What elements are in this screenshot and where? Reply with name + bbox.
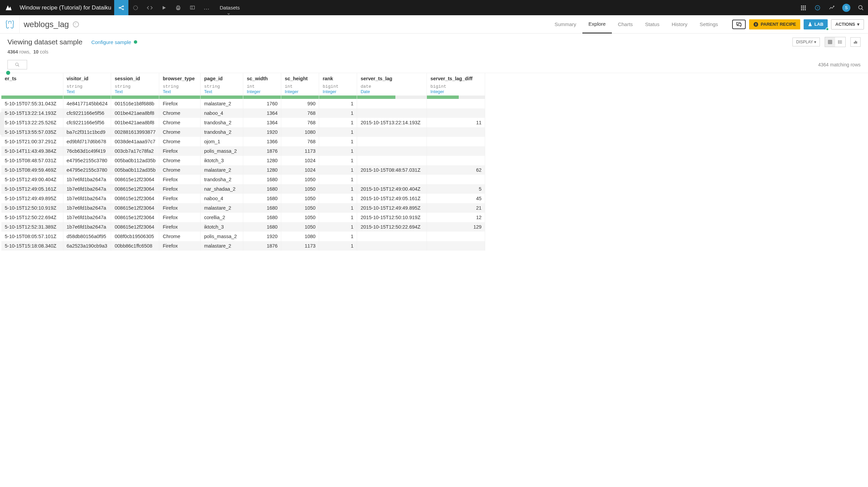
cell[interactable]: corellia_2 (201, 213, 243, 222)
cell[interactable]: 5-10-15T07:55:31.043Z (1, 99, 63, 108)
table-row[interactable]: 5-10-15T13:22:25.526Zcfc9221166e5f56001b… (1, 118, 485, 127)
cell[interactable]: 1050 (281, 222, 319, 232)
cell[interactable]: 2015-10-15T13:22:14.193Z (357, 118, 427, 127)
table-row[interactable]: 5-10-15T15:18:08.340Z6a2523a190cb9a300bb… (1, 241, 485, 251)
apps-icon[interactable] (796, 0, 810, 15)
cell[interactable]: 2015-10-15T08:48:57.031Z (357, 165, 427, 175)
cell[interactable]: 003cb7a17c78fa2 (111, 146, 159, 156)
cell[interactable]: Firefox (159, 241, 201, 251)
cell[interactable]: 5-10-15T15:18:08.340Z (1, 241, 63, 251)
cell[interactable]: e4795e2155c3780 (63, 156, 111, 165)
list-view-icon[interactable] (835, 37, 845, 47)
column-header-er_ts[interactable]: er_ts (1, 73, 63, 83)
cell[interactable]: cfc9221166e5f56 (63, 108, 111, 118)
table-row[interactable]: 5-10-15T13:22:14.193Zcfc9221166e5f56001b… (1, 108, 485, 118)
cell[interactable]: 1050 (281, 203, 319, 213)
cell[interactable]: Chrome (159, 232, 201, 241)
column-header-session_id[interactable]: session_id (111, 73, 159, 83)
cell[interactable]: 1920 (243, 127, 281, 137)
cell[interactable]: 2015-10-15T12:49:49.895Z (357, 203, 427, 213)
configure-sample-link[interactable]: Configure sample (91, 39, 131, 45)
cell[interactable]: 1 (319, 165, 357, 175)
cell[interactable] (427, 232, 485, 241)
column-semantic[interactable]: Integer (243, 89, 281, 96)
cell[interactable] (357, 241, 427, 251)
cell[interactable]: 1 (319, 137, 357, 146)
column-semantic[interactable]: Text (159, 89, 201, 96)
table-row[interactable]: 5-10-15T12:49:49.895Z1b7e6fd1ba2647a0086… (1, 194, 485, 203)
table-row[interactable]: 5-10-15T08:48:57.031Ze4795e2155c3780005b… (1, 156, 485, 165)
cell[interactable]: 6a2523a190cb9a3 (63, 241, 111, 251)
cell[interactable] (357, 108, 427, 118)
cell[interactable]: 1 (319, 222, 357, 232)
cell[interactable]: 1 (319, 232, 357, 241)
cell[interactable]: 4e84177145bb624 (63, 99, 111, 108)
cell[interactable] (427, 137, 485, 146)
cell[interactable]: 002881613993877 (111, 127, 159, 137)
lab-button[interactable]: LAB (804, 19, 828, 29)
cell[interactable]: 1 (319, 213, 357, 222)
cell[interactable]: Chrome (159, 156, 201, 165)
table-row[interactable]: 5-10-15T08:05:57.101Zd58db80156a0f95008f… (1, 232, 485, 241)
cell[interactable]: 1 (319, 156, 357, 165)
cell[interactable]: 1050 (281, 175, 319, 184)
cell[interactable]: 1050 (281, 184, 319, 194)
cell[interactable]: 45 (427, 194, 485, 203)
cell[interactable]: malastare_2 (201, 203, 243, 213)
cell[interactable]: 1280 (243, 156, 281, 165)
cell[interactable]: 5-10-15T08:48:57.031Z (1, 156, 63, 165)
cell[interactable]: 5-10-15T13:22:14.193Z (1, 108, 63, 118)
more-icon[interactable]: … (200, 0, 214, 15)
cell[interactable] (427, 108, 485, 118)
cell[interactable]: 1 (319, 203, 357, 213)
cell[interactable] (427, 241, 485, 251)
cell[interactable]: Chrome (159, 127, 201, 137)
refresh-icon[interactable] (128, 0, 143, 15)
column-header-visitor_id[interactable]: visitor_id (63, 73, 111, 83)
cell[interactable]: iktotch_3 (201, 222, 243, 232)
cell[interactable]: ba7c2f311c1bcd9 (63, 127, 111, 137)
cell[interactable]: 1 (319, 127, 357, 137)
cell[interactable]: 62 (427, 165, 485, 175)
cell[interactable]: 5-10-15T12:49:49.895Z (1, 194, 63, 203)
cell[interactable]: iktotch_3 (201, 156, 243, 165)
cell[interactable]: Firefox (159, 99, 201, 108)
column-semantic[interactable]: Text (201, 89, 243, 96)
cell[interactable]: 1680 (243, 203, 281, 213)
cell[interactable]: 5-10-15T12:50:10.919Z (1, 203, 63, 213)
cell[interactable]: 768 (281, 137, 319, 146)
cell[interactable]: 1b7e6fd1ba2647a (63, 222, 111, 232)
help-icon[interactable]: ? (810, 0, 825, 15)
cell[interactable]: 1 (319, 184, 357, 194)
cell[interactable]: 1876 (243, 241, 281, 251)
cell[interactable]: 5-10-15T13:22:25.526Z (1, 118, 63, 127)
cell[interactable]: 005ba0b112ad35b (111, 156, 159, 165)
cell[interactable]: 21 (427, 203, 485, 213)
cell[interactable]: 1 (319, 241, 357, 251)
cell[interactable]: 008615e12f23064 (111, 175, 159, 184)
cell[interactable]: 1366 (243, 137, 281, 146)
cell[interactable] (357, 137, 427, 146)
cell[interactable]: 1050 (281, 194, 319, 203)
table-row[interactable]: 5-10-15T08:49:59.469Ze4795e2155c3780005b… (1, 165, 485, 175)
cell[interactable] (357, 99, 427, 108)
cell[interactable]: 76cb63d1c49f419 (63, 146, 111, 156)
cell[interactable]: Firefox (159, 203, 201, 213)
cell[interactable]: polis_massa_2 (201, 232, 243, 241)
cell[interactable]: 5-10-15T12:52:31.389Z (1, 222, 63, 232)
search-icon[interactable] (854, 0, 868, 15)
cell[interactable]: cfc9221166e5f56 (63, 118, 111, 127)
table-row[interactable]: 5-10-15T07:55:31.043Z4e84177145bb6240015… (1, 99, 485, 108)
cell[interactable]: 1b7e6fd1ba2647a (63, 203, 111, 213)
column-semantic[interactable]: Text (63, 89, 111, 96)
cell[interactable]: nar_shadaa_2 (201, 184, 243, 194)
column-search-input[interactable] (7, 60, 27, 69)
flow-icon[interactable] (114, 0, 128, 15)
build-status-icon[interactable] (73, 21, 79, 27)
cell[interactable]: Firefox (159, 222, 201, 232)
cell[interactable]: Firefox (159, 194, 201, 203)
cell[interactable] (357, 175, 427, 184)
parent-recipe-button[interactable]: PARENT RECIPE (749, 19, 800, 29)
cell[interactable]: 008615e12f23064 (111, 222, 159, 232)
tab-settings[interactable]: Settings (694, 15, 724, 34)
